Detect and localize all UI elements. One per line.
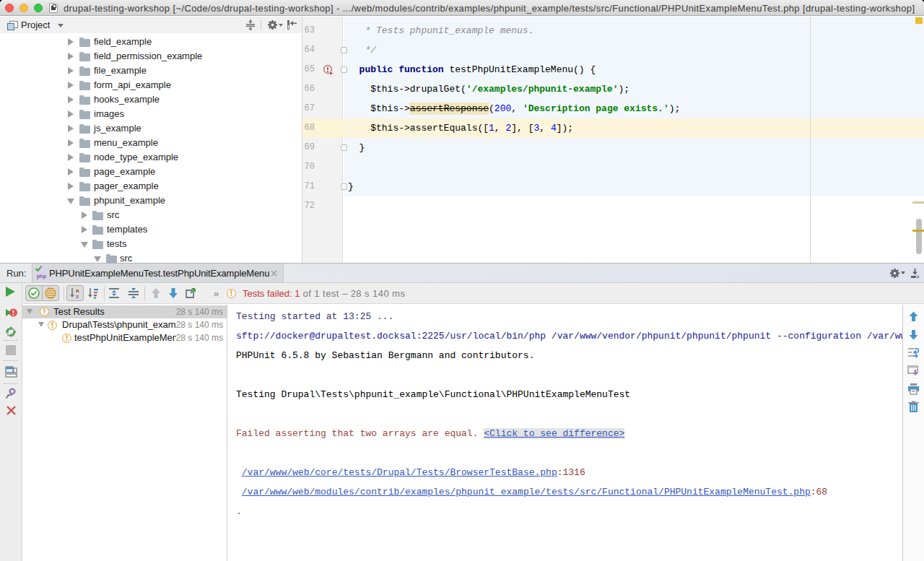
svg-text:z: z [76, 293, 79, 299]
